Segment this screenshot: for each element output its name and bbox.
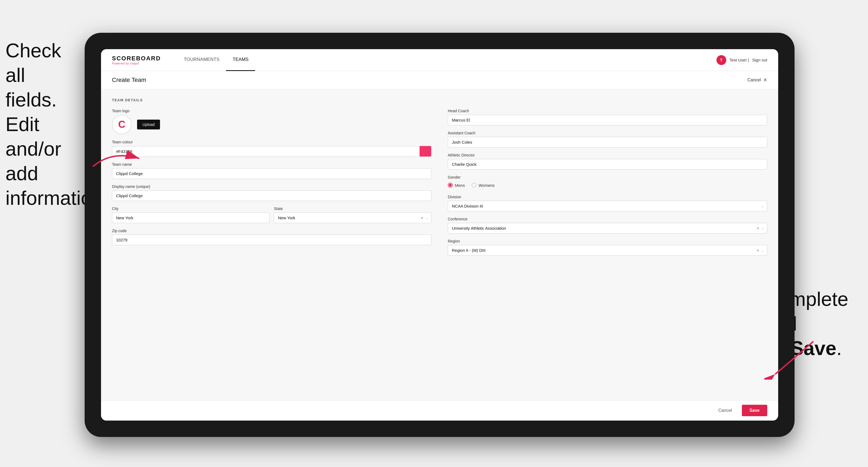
conference-input[interactable] bbox=[448, 223, 767, 234]
user-avatar: T bbox=[716, 55, 726, 65]
assistant-coach-input[interactable] bbox=[448, 137, 767, 148]
athletic-director-label: Athletic Director bbox=[448, 153, 767, 157]
annotation-line1: Check all fields. bbox=[5, 40, 61, 111]
state-clear-button[interactable]: ✕ bbox=[421, 216, 424, 220]
team-logo-label: Team logo bbox=[112, 109, 431, 113]
cancel-header-label: Cancel bbox=[747, 77, 761, 83]
region-select-wrapper: ✕ ⌄ bbox=[448, 245, 767, 256]
brand: SCOREBOARD Powered by clippd bbox=[112, 55, 161, 65]
state-select-wrapper: ✕ ⌄ bbox=[274, 213, 431, 223]
gender-group: Gender Mens Womens bbox=[448, 175, 767, 189]
cancel-header-button[interactable]: Cancel ✕ bbox=[747, 77, 767, 83]
color-swatch[interactable] bbox=[420, 146, 431, 157]
form-left: Team logo C Upload Team colour bbox=[112, 109, 431, 256]
color-field-row bbox=[112, 146, 431, 157]
cancel-x-icon: ✕ bbox=[763, 77, 767, 83]
upload-button[interactable]: Upload bbox=[137, 120, 160, 129]
assistant-coach-group: Assistant Coach bbox=[448, 131, 767, 148]
head-coach-label: Head Coach bbox=[448, 109, 767, 113]
division-select-wrapper: ⌄ bbox=[448, 201, 767, 211]
logo-circle: C bbox=[112, 115, 132, 134]
state-label: State bbox=[274, 207, 431, 211]
brand-title: SCOREBOARD bbox=[112, 55, 161, 62]
logo-letter: C bbox=[118, 119, 125, 130]
mens-radio-inner bbox=[449, 184, 452, 187]
team-colour-group: Team colour bbox=[112, 140, 431, 157]
arrow-left bbox=[90, 145, 145, 173]
annotation-line2: Edit and/or add bbox=[5, 113, 61, 184]
team-logo-group: Team logo C Upload bbox=[112, 109, 431, 134]
gender-row: Mens Womens bbox=[448, 181, 767, 189]
gender-womens-radio[interactable]: Womens bbox=[471, 183, 495, 188]
region-input[interactable] bbox=[448, 245, 767, 256]
team-name-input[interactable] bbox=[112, 168, 431, 179]
display-name-group: Display name (unique) bbox=[112, 184, 431, 201]
head-coach-group: Head Coach bbox=[448, 109, 767, 125]
sign-out-link[interactable]: Sign out bbox=[752, 58, 767, 62]
zip-code-group: Zip code bbox=[112, 228, 431, 245]
form-area: TEAM DETAILS Team logo C Upload bbox=[101, 89, 778, 264]
display-name-label: Display name (unique) bbox=[112, 184, 431, 189]
nav-links: TOURNAMENTS TEAMS bbox=[177, 49, 716, 71]
user-name: Test User | bbox=[730, 58, 749, 62]
city-input[interactable] bbox=[112, 213, 270, 223]
city-state-row: City State ✕ ⌄ bbox=[112, 207, 431, 223]
mens-radio-dot bbox=[448, 183, 453, 188]
state-group: State ✕ ⌄ bbox=[274, 207, 431, 223]
conference-select-wrapper: ✕ ⌄ bbox=[448, 223, 767, 234]
athletic-director-group: Athletic Director bbox=[448, 153, 767, 169]
state-input[interactable] bbox=[274, 213, 431, 223]
display-name-input[interactable] bbox=[112, 190, 431, 201]
arrow-right bbox=[764, 339, 819, 381]
region-label: Region bbox=[448, 239, 767, 243]
form-footer: Cancel Save bbox=[101, 400, 778, 421]
region-group: Region ✕ ⌄ bbox=[448, 239, 767, 256]
page-content: TEAM DETAILS Team logo C Upload bbox=[101, 89, 778, 400]
page-header: Create Team Cancel ✕ bbox=[101, 71, 778, 89]
region-clear-button[interactable]: ✕ bbox=[756, 248, 760, 253]
page-title: Create Team bbox=[112, 76, 146, 84]
logo-area: C Upload bbox=[112, 115, 431, 134]
division-input[interactable] bbox=[448, 201, 767, 211]
division-label: Division bbox=[448, 195, 767, 199]
city-label: City bbox=[112, 207, 270, 211]
division-group: Division ⌄ bbox=[448, 195, 767, 211]
zip-input[interactable] bbox=[112, 235, 431, 245]
assistant-coach-label: Assistant Coach bbox=[448, 131, 767, 135]
annotation-left: Check all fields. Edit and/or add inform… bbox=[5, 38, 82, 210]
athletic-director-input[interactable] bbox=[448, 159, 767, 169]
cancel-footer-button[interactable]: Cancel bbox=[713, 405, 738, 416]
gender-mens-radio[interactable]: Mens bbox=[448, 183, 465, 188]
team-name-label: Team name bbox=[112, 162, 431, 166]
nav-user: T Test User | Sign out bbox=[716, 55, 767, 65]
mens-label: Mens bbox=[455, 183, 465, 188]
brand-sub: Powered by clippd bbox=[112, 62, 161, 65]
team-name-group: Team name bbox=[112, 162, 431, 179]
team-colour-input[interactable] bbox=[112, 146, 420, 157]
navbar: SCOREBOARD Powered by clippd TOURNAMENTS… bbox=[101, 49, 778, 71]
conference-label: Conference bbox=[448, 217, 767, 221]
head-coach-input[interactable] bbox=[448, 115, 767, 125]
city-group: City bbox=[112, 207, 270, 223]
team-colour-label: Team colour bbox=[112, 140, 431, 144]
womens-label: Womens bbox=[478, 183, 495, 188]
save-button[interactable]: Save bbox=[742, 405, 767, 416]
tablet-device: SCOREBOARD Powered by clippd TOURNAMENTS… bbox=[85, 33, 795, 437]
zip-label: Zip code bbox=[112, 228, 431, 233]
conference-group: Conference ✕ ⌄ bbox=[448, 217, 767, 234]
gender-label: Gender bbox=[448, 175, 767, 180]
nav-tournaments[interactable]: TOURNAMENTS bbox=[177, 49, 226, 71]
conference-clear-button[interactable]: ✕ bbox=[756, 226, 760, 230]
womens-radio-dot bbox=[471, 183, 476, 188]
form-right: Head Coach Assistant Coach Athletic Dire… bbox=[448, 109, 767, 256]
nav-teams[interactable]: TEAMS bbox=[226, 49, 255, 71]
tablet-screen: SCOREBOARD Powered by clippd TOURNAMENTS… bbox=[101, 49, 778, 421]
section-label: TEAM DETAILS bbox=[112, 98, 767, 102]
form-grid: Team logo C Upload Team colour bbox=[112, 109, 767, 256]
